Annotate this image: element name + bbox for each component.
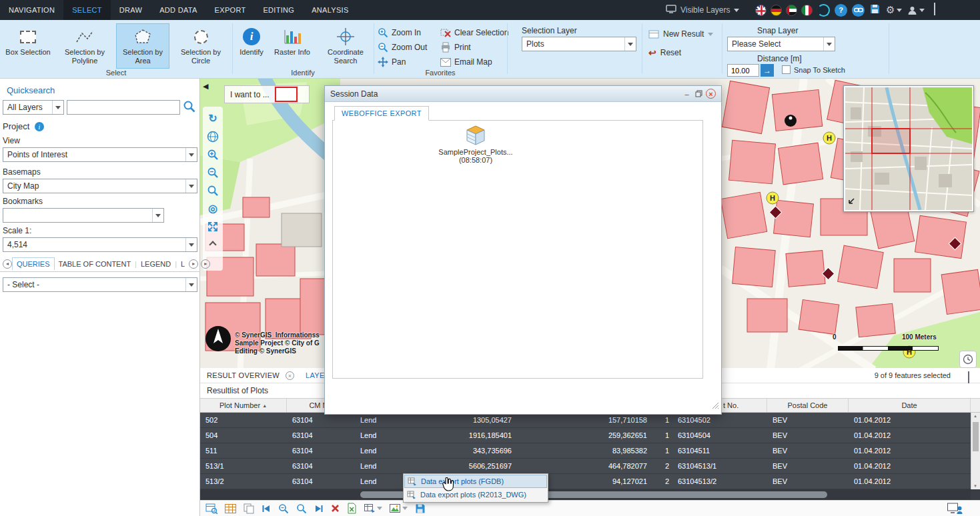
zoom-out-button[interactable]: Zoom Out (378, 41, 427, 53)
tab-select[interactable]: SELECT (63, 0, 111, 20)
tab-editing[interactable]: EDITING (254, 0, 303, 20)
snap-to-sketch-checkbox[interactable] (782, 65, 791, 74)
info-icon[interactable]: i (35, 122, 44, 131)
dialog-titlebar[interactable]: Session Data – × (325, 86, 721, 102)
query-select-dropdown[interactable]: - Select - (3, 277, 197, 292)
tab-add-data[interactable]: ADD DATA (151, 0, 205, 20)
selection-by-polyline-button[interactable]: Selection by Polyline (56, 23, 113, 69)
tab-navigation[interactable]: NAVIGATION (0, 0, 63, 20)
search-input[interactable] (67, 100, 180, 115)
identify-button[interactable]: i Identify (235, 23, 268, 69)
attribute-table-icon[interactable] (225, 502, 236, 515)
tab-layer[interactable]: LAYE (306, 371, 325, 379)
remove-result-icon[interactable] (331, 502, 340, 515)
copy-selection-icon[interactable] (243, 502, 254, 515)
zoom-window-icon[interactable] (204, 181, 221, 199)
collapse-sidebar-icon[interactable]: ◀ (203, 82, 208, 91)
tab-export[interactable]: EXPORT (206, 0, 255, 20)
tab-more[interactable]: L (177, 260, 189, 268)
toggle-overview-icon[interactable] (847, 197, 855, 209)
time-slider-button[interactable] (959, 351, 977, 368)
flag-germany-icon[interactable] (771, 5, 782, 16)
overview-map[interactable] (843, 85, 974, 212)
full-extent-icon[interactable] (204, 217, 221, 235)
restore-icon[interactable] (694, 89, 704, 99)
settings-control[interactable]: ⚙ (886, 4, 902, 16)
column-header-plot-number[interactable]: Plot Number ▲ (200, 399, 287, 412)
apply-distance-button[interactable]: → (761, 64, 774, 77)
refresh-icon[interactable]: ↻ (204, 109, 221, 127)
clear-selection-button[interactable]: Clear Selection (440, 27, 508, 39)
box-selection-button[interactable]: Box Selection (3, 23, 53, 69)
session-monitor-icon[interactable] (947, 502, 963, 515)
selection-layer-dropdown[interactable]: Plots (522, 37, 636, 51)
scroll-up-icon[interactable]: ▲ (973, 414, 977, 418)
close-icon[interactable]: × (706, 89, 716, 99)
minimize-icon[interactable]: – (682, 89, 692, 99)
export-session-item[interactable]: SampleProject_Plots... (08:58:07) (426, 124, 526, 164)
tab-legend[interactable]: LEGEND (137, 260, 175, 268)
flag-uae-icon[interactable] (786, 5, 797, 16)
search-icon[interactable] (183, 100, 196, 116)
globe-icon[interactable] (204, 127, 221, 145)
selection-by-circle-button[interactable]: Selection by Circle (172, 23, 229, 69)
next-record-icon[interactable] (314, 502, 324, 515)
export-image-control[interactable] (390, 502, 408, 515)
table-row[interactable]: 513/163104Lend5606,251697464,78207726310… (200, 459, 971, 474)
excel-export-icon[interactable] (347, 502, 357, 515)
save-icon[interactable] (869, 3, 881, 17)
previous-record-icon[interactable] (262, 502, 271, 515)
flag-uk-icon[interactable] (755, 5, 767, 16)
snap-layer-dropdown[interactable]: Please Select (727, 37, 835, 51)
table-horizontal-scrollbar[interactable] (200, 489, 971, 500)
export-table-control[interactable] (364, 502, 382, 515)
menu-item-export-dwg[interactable]: Data export plots (R2013_DWG) (404, 488, 547, 501)
zoom-in-icon[interactable] (204, 145, 221, 163)
bookmarks-dropdown[interactable] (3, 208, 164, 223)
resize-grip[interactable] (712, 400, 719, 412)
tab-draw[interactable]: DRAW (111, 0, 151, 20)
column-header-postal-code[interactable]: Postal Code (767, 399, 849, 412)
tab-analysis[interactable]: ANALYSIS (303, 0, 357, 20)
view-dropdown[interactable]: Points of Interest (3, 147, 197, 162)
table-vertical-scrollbar[interactable]: ▲ ▼ (971, 413, 980, 489)
distance-input[interactable] (727, 64, 759, 77)
tab-queries[interactable]: QUERIES (12, 257, 55, 270)
user-control[interactable] (907, 5, 925, 15)
column-header-date[interactable]: Date (849, 399, 971, 412)
close-result-icon[interactable]: × (286, 371, 294, 380)
scroll-thumb[interactable] (973, 422, 979, 451)
tabs-scroll-left-icon[interactable]: ◂ (3, 259, 12, 269)
selection-by-area-button[interactable]: Selection by Area (116, 23, 169, 69)
table-row[interactable]: 50463104Lend1916,185401259,3626511631045… (200, 428, 971, 443)
tab-weboffice-export[interactable]: WEBOFFICE EXPORT (334, 106, 429, 121)
search-layer-dropdown[interactable]: All Layers (3, 100, 64, 115)
save-result-icon[interactable] (415, 502, 426, 515)
tabs-scroll-right-icon[interactable]: ▸ (189, 259, 198, 269)
email-map-button[interactable]: Email Map (440, 56, 492, 68)
help-icon[interactable]: ? (835, 4, 847, 17)
center-map-icon[interactable]: ◎ (204, 199, 221, 217)
tab-table-of-content[interactable]: TABLE OF CONTENT (55, 260, 135, 268)
collapse-ribbon-icon[interactable] (934, 4, 935, 16)
raster-info-button[interactable]: Raster Info (271, 23, 314, 69)
coordinate-search-button[interactable]: Coordinate Search (318, 23, 374, 69)
compass-icon[interactable] (817, 4, 830, 17)
zoom-in-button[interactable]: Zoom In (378, 27, 421, 39)
tab-result-overview[interactable]: RESULT OVERVIEW (207, 371, 280, 379)
visible-layers-control[interactable]: Visible Layers (666, 0, 739, 20)
scroll-down-icon[interactable]: ▼ (973, 484, 977, 488)
menu-item-export-fgdb[interactable]: Data export plots (FGDB) (404, 475, 547, 488)
table-row[interactable]: 50263104Lend1305,05427157,71015816310450… (200, 413, 971, 428)
table-row[interactable]: 51163104Lend343,73569683,985382163104511… (200, 443, 971, 459)
reset-button[interactable]: ↩ Reset (648, 47, 681, 59)
zoom-out-icon[interactable] (204, 163, 221, 181)
show-table-icon[interactable] (205, 502, 217, 515)
flag-italy-icon[interactable] (801, 5, 813, 16)
link-icon[interactable] (852, 4, 865, 17)
expand-results-icon[interactable] (968, 371, 969, 383)
print-button[interactable]: Print (440, 41, 471, 53)
collapse-toolbar-icon[interactable] (204, 235, 221, 253)
tabs-overflow-icon[interactable]: ▸ (201, 259, 210, 269)
zoom-to-record-icon[interactable] (296, 502, 307, 515)
